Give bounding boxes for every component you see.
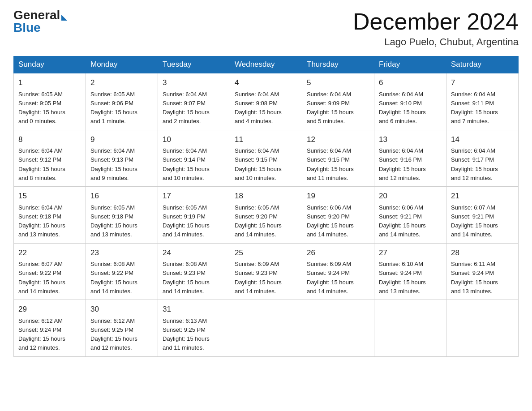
calendar-cell: 25Sunrise: 6:09 AMSunset: 9:23 PMDayligh… bbox=[230, 243, 302, 300]
calendar-cell: 12Sunrise: 6:04 AMSunset: 9:15 PMDayligh… bbox=[302, 130, 374, 187]
calendar-cell: 11Sunrise: 6:04 AMSunset: 9:15 PMDayligh… bbox=[230, 130, 302, 187]
day-number: 12 bbox=[307, 134, 369, 146]
day-number: 25 bbox=[235, 247, 297, 259]
calendar-cell: 18Sunrise: 6:05 AMSunset: 9:20 PMDayligh… bbox=[230, 187, 302, 244]
day-info: Sunrise: 6:04 AMSunset: 9:13 PMDaylight:… bbox=[90, 147, 137, 181]
week-row-5: 29Sunrise: 6:12 AMSunset: 9:24 PMDayligh… bbox=[14, 300, 519, 357]
week-row-1: 1Sunrise: 6:05 AMSunset: 9:05 PMDaylight… bbox=[14, 73, 519, 130]
day-info: Sunrise: 6:04 AMSunset: 9:17 PMDaylight:… bbox=[451, 147, 498, 181]
day-info: Sunrise: 6:04 AMSunset: 9:07 PMDaylight:… bbox=[163, 91, 210, 125]
day-number: 19 bbox=[307, 190, 369, 202]
day-number: 9 bbox=[90, 134, 153, 146]
logo-general: General bbox=[13, 9, 60, 21]
day-info: Sunrise: 6:13 AMSunset: 9:25 PMDaylight:… bbox=[163, 317, 210, 351]
calendar-subtitle: Lago Puelo, Chubut, Argentina bbox=[353, 36, 519, 48]
day-number: 13 bbox=[379, 134, 442, 146]
day-info: Sunrise: 6:10 AMSunset: 9:24 PMDaylight:… bbox=[379, 261, 426, 295]
calendar-cell: 3Sunrise: 6:04 AMSunset: 9:07 PMDaylight… bbox=[158, 73, 230, 130]
calendar-cell: 5Sunrise: 6:04 AMSunset: 9:09 PMDaylight… bbox=[302, 73, 374, 130]
calendar-cell bbox=[230, 300, 302, 357]
calendar-title: December 2024 bbox=[353, 9, 519, 34]
calendar-cell: 4Sunrise: 6:04 AMSunset: 9:08 PMDaylight… bbox=[230, 73, 302, 130]
header: General Blue December 2024 Lago Puelo, C… bbox=[13, 9, 519, 48]
day-number: 18 bbox=[235, 190, 297, 202]
day-info: Sunrise: 6:04 AMSunset: 9:16 PMDaylight:… bbox=[379, 147, 426, 181]
title-area: December 2024 Lago Puelo, Chubut, Argent… bbox=[353, 9, 519, 48]
calendar-cell: 24Sunrise: 6:08 AMSunset: 9:23 PMDayligh… bbox=[158, 243, 230, 300]
week-row-2: 8Sunrise: 6:04 AMSunset: 9:12 PMDaylight… bbox=[14, 130, 519, 187]
calendar-cell: 28Sunrise: 6:11 AMSunset: 9:24 PMDayligh… bbox=[446, 243, 519, 300]
calendar-cell: 22Sunrise: 6:07 AMSunset: 9:22 PMDayligh… bbox=[14, 243, 86, 300]
day-info: Sunrise: 6:04 AMSunset: 9:11 PMDaylight:… bbox=[451, 91, 498, 125]
week-row-4: 22Sunrise: 6:07 AMSunset: 9:22 PMDayligh… bbox=[14, 243, 519, 300]
day-info: Sunrise: 6:08 AMSunset: 9:22 PMDaylight:… bbox=[90, 261, 137, 295]
day-info: Sunrise: 6:04 AMSunset: 9:08 PMDaylight:… bbox=[235, 91, 282, 125]
day-info: Sunrise: 6:07 AMSunset: 9:21 PMDaylight:… bbox=[451, 204, 498, 238]
calendar-cell bbox=[374, 300, 446, 357]
logo: General Blue bbox=[13, 9, 67, 34]
header-day-sunday: Sunday bbox=[14, 56, 86, 73]
calendar-cell: 20Sunrise: 6:06 AMSunset: 9:21 PMDayligh… bbox=[374, 187, 446, 244]
day-number: 31 bbox=[163, 304, 225, 315]
calendar-cell: 9Sunrise: 6:04 AMSunset: 9:13 PMDaylight… bbox=[86, 130, 158, 187]
day-info: Sunrise: 6:05 AMSunset: 9:05 PMDaylight:… bbox=[18, 91, 65, 125]
calendar-cell: 10Sunrise: 6:04 AMSunset: 9:14 PMDayligh… bbox=[158, 130, 230, 187]
day-info: Sunrise: 6:04 AMSunset: 9:18 PMDaylight:… bbox=[18, 204, 65, 238]
week-row-3: 15Sunrise: 6:04 AMSunset: 9:18 PMDayligh… bbox=[14, 187, 519, 244]
header-day-thursday: Thursday bbox=[302, 56, 374, 73]
calendar-cell: 16Sunrise: 6:05 AMSunset: 9:18 PMDayligh… bbox=[86, 187, 158, 244]
day-info: Sunrise: 6:04 AMSunset: 9:09 PMDaylight:… bbox=[307, 91, 354, 125]
day-number: 30 bbox=[90, 304, 153, 315]
day-info: Sunrise: 6:07 AMSunset: 9:22 PMDaylight:… bbox=[18, 261, 65, 295]
calendar-cell: 27Sunrise: 6:10 AMSunset: 9:24 PMDayligh… bbox=[374, 243, 446, 300]
day-number: 29 bbox=[18, 304, 81, 315]
logo-arrow-icon bbox=[61, 15, 67, 21]
calendar-cell: 8Sunrise: 6:04 AMSunset: 9:12 PMDaylight… bbox=[14, 130, 86, 187]
day-number: 20 bbox=[379, 190, 442, 202]
calendar-cell: 26Sunrise: 6:09 AMSunset: 9:24 PMDayligh… bbox=[302, 243, 374, 300]
day-info: Sunrise: 6:12 AMSunset: 9:24 PMDaylight:… bbox=[18, 317, 65, 351]
day-number: 5 bbox=[307, 77, 369, 89]
logo-blue: Blue bbox=[13, 21, 41, 34]
day-number: 27 bbox=[379, 247, 442, 259]
day-info: Sunrise: 6:05 AMSunset: 9:20 PMDaylight:… bbox=[235, 204, 282, 238]
day-number: 10 bbox=[163, 134, 225, 146]
day-info: Sunrise: 6:12 AMSunset: 9:25 PMDaylight:… bbox=[90, 317, 137, 351]
calendar-cell: 6Sunrise: 6:04 AMSunset: 9:10 PMDaylight… bbox=[374, 73, 446, 130]
header-day-tuesday: Tuesday bbox=[158, 56, 230, 73]
day-number: 26 bbox=[307, 247, 369, 259]
calendar-cell: 17Sunrise: 6:05 AMSunset: 9:19 PMDayligh… bbox=[158, 187, 230, 244]
day-info: Sunrise: 6:04 AMSunset: 9:14 PMDaylight:… bbox=[163, 147, 210, 181]
calendar-cell: 19Sunrise: 6:06 AMSunset: 9:20 PMDayligh… bbox=[302, 187, 374, 244]
day-number: 8 bbox=[18, 134, 81, 146]
day-info: Sunrise: 6:04 AMSunset: 9:12 PMDaylight:… bbox=[18, 147, 65, 181]
day-number: 4 bbox=[235, 77, 297, 89]
day-number: 23 bbox=[90, 247, 153, 259]
day-number: 17 bbox=[163, 190, 225, 202]
calendar-cell: 21Sunrise: 6:07 AMSunset: 9:21 PMDayligh… bbox=[446, 187, 519, 244]
header-day-friday: Friday bbox=[374, 56, 446, 73]
calendar-cell: 1Sunrise: 6:05 AMSunset: 9:05 PMDaylight… bbox=[14, 73, 86, 130]
day-number: 22 bbox=[18, 247, 81, 259]
day-info: Sunrise: 6:05 AMSunset: 9:19 PMDaylight:… bbox=[163, 204, 210, 238]
day-info: Sunrise: 6:05 AMSunset: 9:18 PMDaylight:… bbox=[90, 204, 137, 238]
day-number: 21 bbox=[451, 190, 514, 202]
day-info: Sunrise: 6:06 AMSunset: 9:20 PMDaylight:… bbox=[307, 204, 354, 238]
day-info: Sunrise: 6:06 AMSunset: 9:21 PMDaylight:… bbox=[379, 204, 426, 238]
header-day-monday: Monday bbox=[86, 56, 158, 73]
day-number: 1 bbox=[18, 77, 81, 89]
calendar-cell: 13Sunrise: 6:04 AMSunset: 9:16 PMDayligh… bbox=[374, 130, 446, 187]
calendar-cell: 7Sunrise: 6:04 AMSunset: 9:11 PMDaylight… bbox=[446, 73, 519, 130]
day-info: Sunrise: 6:09 AMSunset: 9:23 PMDaylight:… bbox=[235, 261, 282, 295]
day-number: 11 bbox=[235, 134, 297, 146]
day-number: 24 bbox=[163, 247, 225, 259]
header-day-saturday: Saturday bbox=[446, 56, 519, 73]
day-info: Sunrise: 6:05 AMSunset: 9:06 PMDaylight:… bbox=[90, 91, 137, 125]
day-info: Sunrise: 6:04 AMSunset: 9:15 PMDaylight:… bbox=[235, 147, 282, 181]
day-number: 16 bbox=[90, 190, 153, 202]
day-info: Sunrise: 6:08 AMSunset: 9:23 PMDaylight:… bbox=[163, 261, 210, 295]
day-number: 3 bbox=[163, 77, 225, 89]
day-number: 15 bbox=[18, 190, 81, 202]
calendar-cell bbox=[302, 300, 374, 357]
calendar-cell: 29Sunrise: 6:12 AMSunset: 9:24 PMDayligh… bbox=[14, 300, 86, 357]
